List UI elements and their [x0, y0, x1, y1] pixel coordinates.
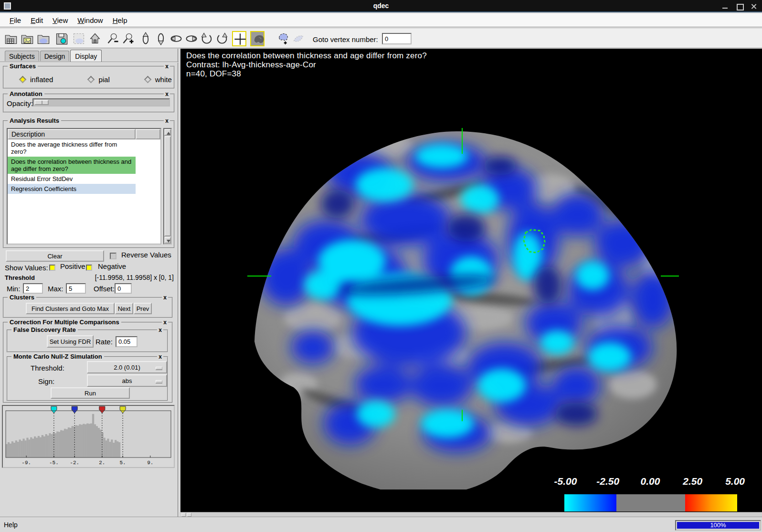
- find-clusters-button[interactable]: Find Clusters and Goto Max: [26, 303, 115, 314]
- surface-render-view[interactable]: Does the correlation between thickness a…: [180, 49, 762, 517]
- menu-view[interactable]: View: [48, 15, 73, 26]
- qdec-window: qdec File Edit View Window Help: [0, 0, 762, 532]
- positive-checkbox[interactable]: [49, 265, 55, 271]
- surfaces-title: Surfaces: [8, 63, 38, 70]
- menu-window[interactable]: Window: [73, 15, 107, 26]
- rotate-left-icon[interactable]: [169, 31, 183, 46]
- maximize-icon[interactable]: [736, 3, 743, 9]
- radio-diamond-icon: [87, 76, 95, 84]
- fdr-title: False Discovery Rate: [11, 326, 78, 333]
- annotation-close-icon[interactable]: [164, 91, 170, 97]
- tab-subjects[interactable]: Subjects: [5, 51, 39, 61]
- threshold-label: Threshold: [5, 274, 35, 281]
- fill-selection-icon: [291, 31, 306, 46]
- opacity-slider-handle[interactable]: [34, 100, 49, 105]
- svg-text:5.: 5.: [119, 460, 126, 466]
- load-label-icon[interactable]: [36, 31, 51, 46]
- load-data-table-icon[interactable]: [4, 31, 18, 46]
- show-values-label: Show Values:: [5, 264, 48, 272]
- goto-vertex-input[interactable]: [382, 33, 412, 44]
- rate-input[interactable]: [116, 336, 138, 347]
- value-histogram[interactable]: -9.-5.-2.2.5.9.: [3, 406, 174, 467]
- opacity-label: Opacity:: [7, 99, 33, 107]
- curvature-surface-icon[interactable]: [250, 31, 265, 46]
- window-title: qdec: [0, 2, 762, 10]
- correction-close-icon[interactable]: [162, 319, 168, 326]
- scroll-thumb[interactable]: [164, 136, 171, 236]
- horizontal-scrollbar[interactable]: [180, 512, 762, 517]
- offset-input[interactable]: [115, 283, 132, 294]
- tab-display[interactable]: Display: [70, 50, 102, 62]
- tab-design[interactable]: Design: [40, 51, 70, 61]
- min-label: Min:: [7, 285, 20, 293]
- svg-text:-2.: -2.: [70, 460, 79, 466]
- tilt-cw-icon[interactable]: [215, 31, 229, 46]
- colorbar: [564, 494, 737, 511]
- column-header-blank[interactable]: [136, 129, 160, 139]
- restore-view-icon[interactable]: [88, 31, 102, 46]
- save-project-file-icon[interactable]: [54, 31, 69, 46]
- rotate-right-icon[interactable]: [184, 31, 199, 46]
- reverse-values-checkbox[interactable]: [110, 253, 116, 259]
- reverse-values-label: Reverse Values: [121, 251, 171, 259]
- scroll-up-icon[interactable]: [164, 129, 171, 136]
- result-row[interactable]: Regression Coefficients: [8, 184, 136, 194]
- radio-pial[interactable]: pial: [88, 75, 109, 84]
- scroll-down-icon[interactable]: [164, 237, 171, 244]
- result-row-selected[interactable]: Does the correlation between thickness a…: [8, 157, 136, 174]
- minimize-icon[interactable]: [722, 3, 729, 9]
- correction-group: Correction For Multiple Comparisons Fals…: [3, 322, 173, 403]
- add-selection-icon[interactable]: [276, 31, 290, 46]
- monte-carlo-close-icon[interactable]: [157, 353, 163, 360]
- clear-button[interactable]: Clear: [6, 250, 104, 262]
- result-row[interactable]: Does the average thickness differ from z…: [8, 139, 136, 157]
- max-input[interactable]: [66, 283, 86, 294]
- scroll-right-icon[interactable]: [187, 513, 191, 517]
- crosshair-tick-top: [462, 128, 463, 154]
- menu-help[interactable]: Help: [108, 15, 132, 26]
- run-simulation-button[interactable]: Run: [51, 387, 130, 399]
- radio-inflated[interactable]: inflated: [20, 75, 53, 84]
- crosshair-tick-left: [247, 276, 271, 277]
- svg-text:2.: 2.: [99, 460, 105, 466]
- control-panel: Subjects Design Display Surfaces inflate…: [0, 49, 179, 517]
- zoom-out-icon[interactable]: [106, 31, 120, 46]
- results-scrollbar[interactable]: [163, 128, 172, 245]
- column-header-description[interactable]: Description: [8, 129, 136, 139]
- panel-tabs: Subjects Design Display: [5, 50, 103, 61]
- scroll-left-icon[interactable]: [181, 513, 186, 517]
- analysis-results-close-icon[interactable]: [164, 117, 170, 124]
- svg-text:-9.: -9.: [21, 460, 31, 466]
- rotate-down-icon[interactable]: [154, 31, 168, 46]
- brain-surface-render[interactable]: [241, 117, 685, 489]
- svg-text:-5.: -5.: [49, 460, 59, 466]
- opacity-slider[interactable]: [32, 98, 170, 106]
- fdr-close-icon[interactable]: [157, 327, 163, 333]
- zoom-in-icon[interactable]: [121, 31, 136, 46]
- result-row[interactable]: Residual Error StdDev: [8, 174, 136, 184]
- rotate-up-icon[interactable]: [138, 31, 153, 46]
- mc-sign-dropdown[interactable]: abs: [87, 374, 167, 387]
- close-icon[interactable]: [751, 3, 757, 9]
- menu-file[interactable]: File: [5, 15, 26, 26]
- mc-sign-label: Sign:: [38, 377, 54, 385]
- info-contrast: Contrast: lh-Avg-thickness-age-Cor: [186, 60, 427, 69]
- tilt-ccw-icon[interactable]: [200, 31, 214, 46]
- radio-white[interactable]: white: [145, 75, 172, 84]
- negative-checkbox[interactable]: [86, 265, 92, 271]
- load-project-file-icon[interactable]: [20, 31, 34, 46]
- negative-label: Negative: [98, 262, 126, 270]
- min-input[interactable]: [23, 283, 43, 294]
- annotation-group: Annotation Opacity:: [3, 94, 175, 113]
- menu-edit[interactable]: Edit: [26, 15, 48, 26]
- next-cluster-button[interactable]: Next: [115, 303, 133, 314]
- crosshair-cursor-icon[interactable]: [232, 31, 246, 46]
- set-using-fdr-button[interactable]: Set Using FDR: [47, 335, 94, 348]
- surfaces-close-icon[interactable]: [164, 63, 170, 70]
- fdr-group: False Discovery Rate Set Using FDR Rate:: [7, 330, 168, 352]
- mc-threshold-dropdown[interactable]: 2.0 (0.01): [87, 361, 167, 373]
- radio-diamond-icon: [144, 76, 151, 84]
- prev-cluster-button[interactable]: Prev: [134, 303, 152, 314]
- clusters-close-icon[interactable]: [162, 294, 168, 301]
- colorbar-positive-segment: [685, 494, 737, 511]
